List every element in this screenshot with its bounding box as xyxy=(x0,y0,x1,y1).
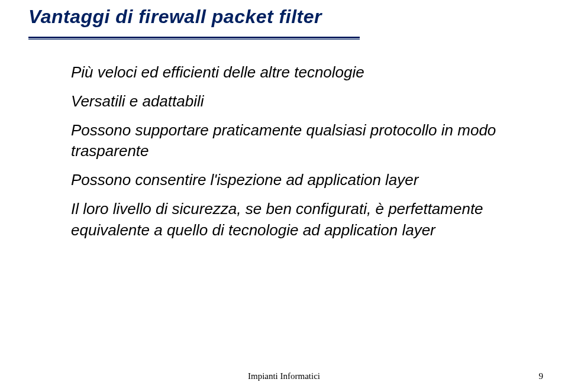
title-underline xyxy=(28,37,360,40)
bullet-item: Versatili e adattabili xyxy=(71,91,532,112)
bullet-item: Più veloci ed efficienti delle altre tec… xyxy=(71,62,532,83)
bullet-item: Possono supportare praticamente qualsias… xyxy=(71,120,532,161)
bullet-item: Il loro livello di sicurezza, se ben con… xyxy=(71,199,532,240)
slide-title: Vantaggi di firewall packet filter xyxy=(28,6,322,28)
page-number: 9 xyxy=(539,371,544,381)
slide-footer: Impianti Informatici xyxy=(0,371,568,381)
bullet-item: Possono consentire l'ispezione ad applic… xyxy=(71,170,532,190)
slide-body: Più veloci ed efficienti delle altre tec… xyxy=(71,62,532,249)
